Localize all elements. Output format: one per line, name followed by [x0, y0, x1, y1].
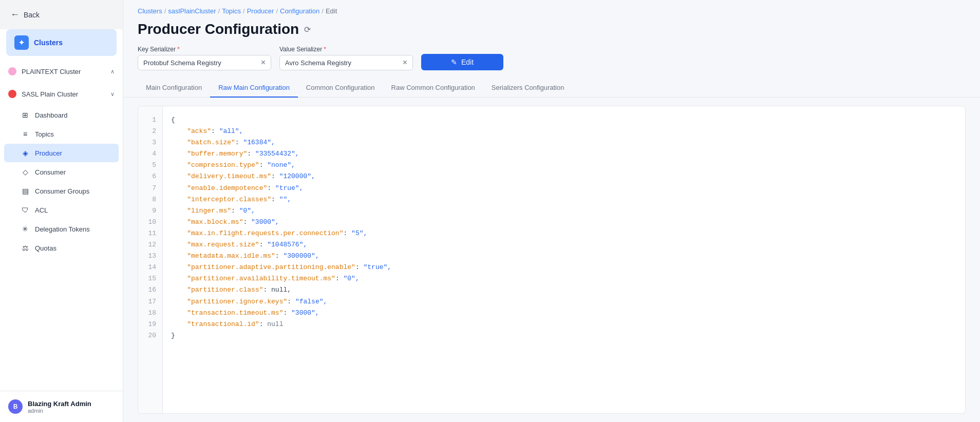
key-serializer-label: Key Serializer * — [138, 46, 271, 53]
plaintext-cluster-group: PLAINTEXT Cluster ∧ — [0, 60, 123, 83]
dashboard-icon: ⊞ — [21, 110, 30, 120]
sidebar-item-consumer[interactable]: ◇ Consumer — [4, 163, 119, 181]
sidebar-item-quotas-label: Quotas — [35, 244, 56, 252]
key-serializer-value: Protobuf Schema Registry — [143, 59, 257, 67]
clusters-label: Clusters — [34, 39, 63, 47]
value-serializer-value: Avro Schema Registry — [285, 59, 399, 67]
acl-icon: 🛡 — [21, 205, 30, 215]
edit-button[interactable]: ✎ Edit — [421, 54, 503, 70]
breadcrumb-sep-5: / — [322, 7, 324, 15]
nav-items-list: ⊞ Dashboard ≡ Topics ◈ Producer ◇ Consum… — [0, 103, 123, 260]
footer-user-info: Blazing Kraft Admin admin — [28, 400, 91, 414]
sidebar-item-quotas[interactable]: ⚖ Quotas — [4, 239, 119, 257]
tabs: Main Configuration Raw Main Configuratio… — [123, 79, 980, 98]
user-name: Blazing Kraft Admin — [28, 400, 91, 408]
avatar-letter: B — [13, 403, 18, 410]
delegation-tokens-icon: ✳ — [21, 224, 30, 234]
sidebar-item-dashboard-label: Dashboard — [35, 111, 68, 119]
code-editor[interactable]: 1234567891011121314151617181920 { "acks"… — [138, 106, 966, 414]
breadcrumb-sep-2: / — [218, 7, 220, 15]
clusters-icon: ✦ — [14, 35, 29, 50]
tab-raw-common-configuration[interactable]: Raw Common Configuration — [383, 79, 483, 98]
back-label: Back — [24, 11, 40, 19]
sidebar-item-consumer-label: Consumer — [35, 168, 66, 176]
sasl-cluster-group: SASL Plain Cluster ∨ ⊞ Dashboard ≡ Topic… — [0, 83, 123, 262]
breadcrumb: Clusters / saslPlainCluster / Topics / P… — [123, 0, 980, 19]
consumer-icon: ◇ — [21, 167, 30, 177]
value-serializer-required: * — [324, 46, 326, 53]
key-serializer-clear-button[interactable]: × — [261, 59, 266, 67]
sidebar-item-producer-label: Producer — [35, 149, 62, 157]
sidebar-item-acl-label: ACL — [35, 206, 48, 214]
value-serializer-field: Value Serializer * Avro Schema Registry … — [279, 46, 413, 70]
consumer-groups-icon: ▤ — [21, 186, 30, 196]
tab-main-configuration[interactable]: Main Configuration — [138, 79, 210, 98]
back-arrow-icon: ← — [10, 9, 20, 20]
line-numbers: 1234567891011121314151617181920 — [138, 106, 163, 413]
plaintext-cluster-chevron-icon: ∧ — [110, 68, 115, 75]
breadcrumb-edit: Edit — [326, 7, 337, 15]
code-content[interactable]: { "acks": "all", "batch.size": "16384", … — [163, 106, 965, 413]
breadcrumb-sasl[interactable]: saslPlainCluster — [168, 7, 216, 15]
plaintext-cluster-dot — [8, 67, 16, 75]
breadcrumb-sep-1: / — [164, 7, 166, 15]
sidebar-item-topics-label: Topics — [35, 130, 54, 138]
page-header: Producer Configuration ⟳ — [123, 19, 980, 46]
sasl-cluster-dot — [8, 90, 16, 98]
sidebar-item-producer[interactable]: ◈ Producer — [4, 144, 119, 162]
value-serializer-label: Value Serializer * — [279, 46, 413, 53]
sasl-cluster-name: SASL Plain Cluster — [22, 90, 105, 98]
value-serializer-input[interactable]: Avro Schema Registry × — [279, 55, 413, 70]
sidebar-item-consumer-groups-label: Consumer Groups — [35, 187, 89, 195]
sidebar-item-dashboard[interactable]: ⊞ Dashboard — [4, 106, 119, 124]
plaintext-cluster-header[interactable]: PLAINTEXT Cluster ∧ — [0, 62, 123, 81]
breadcrumb-topics[interactable]: Topics — [222, 7, 241, 15]
producer-icon: ◈ — [21, 148, 30, 158]
clusters-nav-item[interactable]: ✦ Clusters — [6, 29, 117, 56]
sidebar: ← Back ✦ Clusters PLAINTEXT Cluster ∧ SA… — [0, 0, 123, 422]
edit-button-label: Edit — [461, 58, 474, 66]
key-serializer-required: * — [177, 46, 180, 53]
key-serializer-field: Key Serializer * Protobuf Schema Registr… — [138, 46, 271, 70]
user-role: admin — [28, 408, 91, 414]
tab-common-configuration[interactable]: Common Configuration — [298, 79, 383, 98]
breadcrumb-producer[interactable]: Producer — [247, 7, 274, 15]
sasl-cluster-chevron-icon: ∨ — [110, 91, 115, 98]
main-content: Clusters / saslPlainCluster / Topics / P… — [123, 0, 980, 422]
sidebar-footer: B Blazing Kraft Admin admin — [0, 391, 123, 422]
refresh-icon[interactable]: ⟳ — [304, 25, 311, 34]
avatar: B — [8, 399, 23, 414]
page-title: Producer Configuration — [138, 21, 299, 37]
sidebar-item-consumer-groups[interactable]: ▤ Consumer Groups — [4, 182, 119, 200]
edit-icon: ✎ — [451, 58, 457, 66]
sidebar-item-delegation-tokens[interactable]: ✳ Delegation Tokens — [4, 220, 119, 238]
breadcrumb-sep-4: / — [276, 7, 278, 15]
config-controls: Key Serializer * Protobuf Schema Registr… — [123, 46, 980, 79]
plaintext-cluster-name: PLAINTEXT Cluster — [22, 68, 105, 75]
sasl-cluster-header[interactable]: SASL Plain Cluster ∨ — [0, 85, 123, 103]
value-serializer-clear-button[interactable]: × — [403, 59, 407, 67]
back-button[interactable]: ← Back — [0, 0, 123, 29]
quotas-icon: ⚖ — [21, 243, 30, 253]
breadcrumb-clusters[interactable]: Clusters — [138, 7, 162, 15]
topics-icon: ≡ — [21, 129, 30, 139]
tab-raw-main-configuration[interactable]: Raw Main Configuration — [210, 79, 298, 98]
breadcrumb-configuration[interactable]: Configuration — [280, 7, 319, 15]
breadcrumb-sep-3: / — [243, 7, 245, 15]
key-serializer-input[interactable]: Protobuf Schema Registry × — [138, 55, 271, 70]
sidebar-item-delegation-tokens-label: Delegation Tokens — [35, 225, 90, 233]
sidebar-item-acl[interactable]: 🛡 ACL — [4, 201, 119, 219]
tab-serializers-configuration[interactable]: Serializers Configuration — [483, 79, 573, 98]
sidebar-item-topics[interactable]: ≡ Topics — [4, 125, 119, 143]
